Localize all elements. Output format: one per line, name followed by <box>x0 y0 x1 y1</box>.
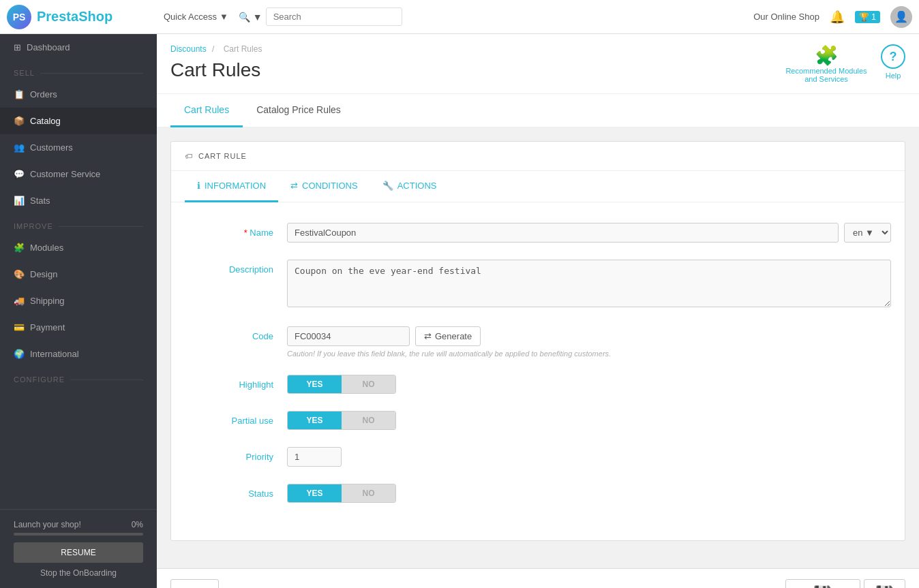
save-buttons: 💾 Save and stay 💾 Save <box>785 579 905 588</box>
status-toggle: YES NO <box>287 484 396 503</box>
form-group-code: Code ⇄ Generate Caution! If you leave th… <box>185 326 891 358</box>
form-group-partial-use: Partial use YES NO <box>185 411 891 430</box>
help-button[interactable]: ? Help <box>881 44 905 80</box>
orders-icon: 📋 <box>14 89 25 99</box>
breadcrumb-separator: / <box>212 44 217 54</box>
help-label: Help <box>886 72 901 80</box>
sidebar-item-customers[interactable]: 👥 Customers <box>0 134 157 161</box>
footer-bar: ✕ Cancel 💾 Save and stay 💾 Save <box>157 568 919 588</box>
highlight-label: Highlight <box>185 375 287 390</box>
code-control-area: ⇄ Generate Caution! If you leave this fi… <box>287 326 891 358</box>
customer-service-icon: 💬 <box>14 169 25 179</box>
international-icon: 🌍 <box>14 349 25 359</box>
breadcrumb-discounts[interactable]: Discounts <box>170 44 207 54</box>
progress-bar <box>14 533 143 536</box>
cart-rule-card: 🏷 CART RULE ℹ INFORMATION ⇄ CONDITIONS 🔧 <box>170 141 905 541</box>
nav-right: Our Online Shop 🔔 🏆 1 👤 <box>753 6 912 28</box>
search-input[interactable] <box>266 7 402 26</box>
inner-tab-actions[interactable]: 🔧 ACTIONS <box>370 171 449 202</box>
highlight-yes[interactable]: YES <box>288 375 342 393</box>
description-textarea[interactable]: Coupon on the eve year-end festival <box>287 260 891 307</box>
recommended-modules-button[interactable]: 🧩 Recommended Modules and Services <box>785 44 867 83</box>
status-label: Status <box>185 484 287 499</box>
quick-access-button[interactable]: Quick Access ▼ <box>164 12 228 22</box>
sidebar-item-payment[interactable]: 💳 Payment <box>0 314 157 341</box>
card-header: 🏷 CART RULE <box>171 142 905 171</box>
cancel-button[interactable]: ✕ Cancel <box>170 579 219 588</box>
customers-icon: 👥 <box>14 142 25 153</box>
puzzle-icon: 🧩 <box>815 44 839 67</box>
highlight-toggle: YES NO <box>287 375 396 394</box>
logo-area: PS PrestaShop <box>7 5 164 29</box>
design-icon: 🎨 <box>14 269 25 279</box>
generate-icon: ⇄ <box>424 331 432 341</box>
main-area: 🏷 CART RULE ℹ INFORMATION ⇄ CONDITIONS 🔧 <box>157 127 919 568</box>
stats-icon: 📊 <box>14 196 25 206</box>
help-icon: ? <box>881 44 905 69</box>
inner-tab-information[interactable]: ℹ INFORMATION <box>185 171 278 202</box>
sidebar-item-orders[interactable]: 📋 Orders <box>0 81 157 108</box>
stop-onboarding-link[interactable]: Stop the OnBoarding <box>14 568 143 578</box>
code-input[interactable] <box>287 326 410 346</box>
quick-access-label: Quick Access <box>164 12 217 22</box>
sidebar-item-dashboard[interactable]: ⊞ Dashboard <box>0 34 157 61</box>
tab-catalog-price-rules[interactable]: Catalog Price Rules <box>243 94 355 127</box>
avatar[interactable]: 👤 <box>890 6 912 28</box>
lang-select[interactable]: en ▼ <box>844 223 891 243</box>
search-icon-button[interactable]: 🔍 ▼ <box>239 12 262 22</box>
sidebar-bottom: Launch your shop! 0% RESUME Stop the OnB… <box>0 509 157 588</box>
status-yes[interactable]: YES <box>288 484 342 502</box>
shop-name: Our Online Shop <box>753 12 819 22</box>
nav-center: Quick Access ▼ 🔍 ▼ <box>164 7 753 26</box>
code-label: Code <box>185 326 287 341</box>
trophy-badge[interactable]: 🏆 1 <box>855 11 880 23</box>
sidebar-item-international[interactable]: 🌍 International <box>0 341 157 367</box>
save-icon: 💾 <box>875 585 894 588</box>
description-label: Description <box>185 260 287 275</box>
cancel-icon: ✕ <box>189 585 201 588</box>
breadcrumb-cart-rules: Cart Rules <box>224 44 262 54</box>
tab-cart-rules[interactable]: Cart Rules <box>170 94 243 127</box>
sidebar-item-shipping[interactable]: 🚚 Shipping <box>0 288 157 314</box>
highlight-control-area: YES NO <box>287 375 891 394</box>
name-input[interactable] <box>287 223 839 243</box>
partial-use-label: Partial use <box>185 411 287 426</box>
partial-use-toggle: YES NO <box>287 411 396 430</box>
name-with-lang: en ▼ <box>287 223 891 243</box>
sidebar-item-catalog[interactable]: 📦 Catalog <box>0 108 157 134</box>
description-control-area: Coupon on the eve year-end festival <box>287 260 891 309</box>
save-button[interactable]: 💾 Save <box>864 579 905 588</box>
sidebar-section-configure: CONFIGURE <box>0 367 157 388</box>
inner-tab-conditions[interactable]: ⇄ CONDITIONS <box>278 171 370 202</box>
sidebar-item-stats[interactable]: 📊 Stats <box>0 187 157 214</box>
sidebar-item-design[interactable]: 🎨 Design <box>0 261 157 288</box>
resume-button[interactable]: RESUME <box>14 542 143 563</box>
conditions-icon: ⇄ <box>290 181 298 191</box>
partial-yes[interactable]: YES <box>288 412 342 429</box>
sidebar-item-modules[interactable]: 🧩 Modules <box>0 234 157 261</box>
sidebar-item-customer-service[interactable]: 💬 Customer Service <box>0 161 157 187</box>
shipping-icon: 🚚 <box>14 296 25 306</box>
logo-icon: PS <box>7 5 31 29</box>
page-title: Cart Rules <box>170 59 265 81</box>
save-and-stay-button[interactable]: 💾 Save and stay <box>785 579 860 588</box>
priority-label: Priority <box>185 447 287 462</box>
card-title: CART RULE <box>198 152 247 160</box>
top-tabs-bar: Cart Rules Catalog Price Rules <box>157 94 919 127</box>
notification-bell-icon[interactable]: 🔔 <box>830 10 845 25</box>
content-header: Discounts / Cart Rules Cart Rules 🧩 Reco… <box>157 34 919 94</box>
priority-control-area <box>287 447 891 467</box>
chevron-down-icon: ▼ <box>220 12 228 22</box>
status-no[interactable]: NO <box>342 484 395 502</box>
actions-icon: 🔧 <box>382 181 393 191</box>
partial-use-control-area: YES NO <box>287 411 891 430</box>
highlight-no[interactable]: NO <box>342 375 395 393</box>
generate-button[interactable]: ⇄ Generate <box>415 326 481 346</box>
form-group-status: Status YES NO <box>185 484 891 503</box>
sidebar: ⊞ Dashboard SELL 📋 Orders 📦 Catalog 👥 Cu… <box>0 34 157 588</box>
dashboard-icon: ⊞ <box>14 42 21 52</box>
priority-input[interactable] <box>287 447 342 467</box>
partial-no[interactable]: NO <box>342 412 395 429</box>
code-caution: Caution! If you leave this field blank, … <box>287 350 891 358</box>
sidebar-section-improve: IMPROVE <box>0 214 157 234</box>
